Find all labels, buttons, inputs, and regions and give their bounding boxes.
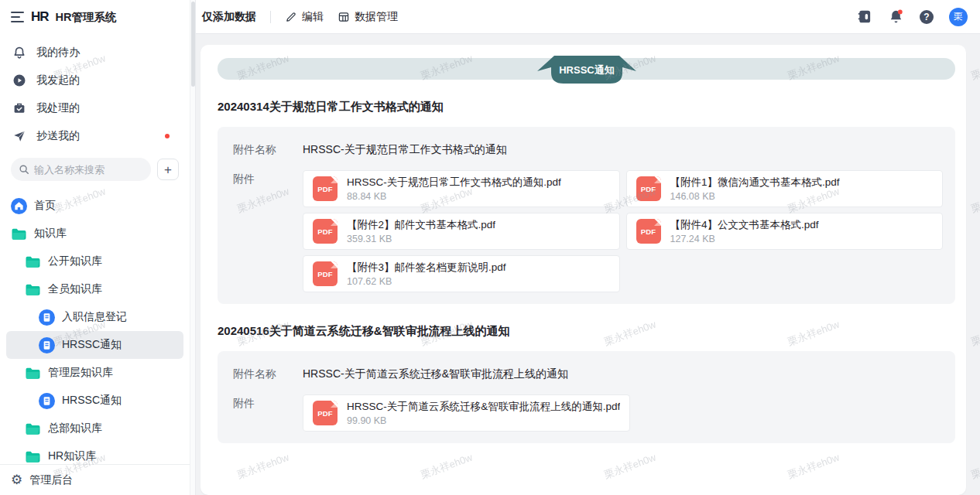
- folder-icon: [11, 226, 27, 242]
- sidebar-item-label: 我处理的: [36, 101, 80, 115]
- bell-badge-icon: [888, 9, 904, 25]
- field-label: 附件: [233, 170, 303, 292]
- tab-label: HRSSC通知: [559, 64, 615, 76]
- sidebar-search-row: +: [0, 153, 190, 189]
- attachment-size: 127.24 KB: [670, 234, 819, 244]
- attachment-card[interactable]: PDF 【附件2】邮件文书基本格式.pdf 359.31 KB: [303, 213, 620, 250]
- sidebar-menu: 我的待办 我发起的 我处理的 抄送我的: [0, 34, 190, 153]
- sidebar-item-label: 我发起的: [36, 73, 80, 87]
- sidebar-item-management-kb[interactable]: 管理层知识库: [6, 359, 183, 387]
- toolbar-right: ? 栗: [856, 8, 968, 26]
- document-icon: [39, 337, 55, 353]
- field-value: HRSSC-关于规范日常工作文书格式的通知: [303, 141, 507, 157]
- app-title: HR管理系统: [56, 10, 117, 25]
- attachment-size: 99.90 KB: [347, 415, 620, 426]
- field-label: 附件名称: [233, 365, 303, 381]
- home-icon: [11, 198, 27, 214]
- main-area: 仅添加数据 编辑 数据管理 ? 栗: [196, 0, 980, 495]
- toolbar-divider: [270, 11, 271, 23]
- pdf-icon: PDF: [313, 261, 338, 286]
- sidebar-item-hrssc-notice-mgmt[interactable]: HRSSC通知: [6, 387, 183, 415]
- attachment-name: HRSSC-关于简道云系统迁移&智联审批流程上线的通知.pdf: [347, 400, 620, 413]
- folder-icon: [25, 449, 41, 465]
- pdf-icon: PDF: [636, 219, 661, 244]
- data-manage-button[interactable]: 数据管理: [338, 10, 398, 24]
- pdf-icon: PDF: [313, 219, 338, 244]
- attachment-grid: PDF HRSSC-关于简道云系统迁移&智联审批流程上线的通知.pdf 99.9…: [303, 394, 943, 432]
- field-row: 附件 PDF HRSSC-关于规范日常工作文书格式的通知.pdf 88.84 K…: [233, 170, 943, 292]
- sidebar-item-public-kb[interactable]: 公开知识库: [6, 248, 183, 275]
- folder-icon: [25, 254, 41, 270]
- field-row: 附件名称 HRSSC-关于简道云系统迁移&智联审批流程上线的通知: [233, 365, 943, 381]
- attachment-grid: PDF HRSSC-关于规范日常工作文书格式的通知.pdf 88.84 KB P…: [303, 170, 943, 292]
- sidebar-item-my-todo[interactable]: 我的待办: [0, 39, 190, 67]
- send-icon: [12, 129, 26, 143]
- pdf-icon: PDF: [313, 176, 338, 201]
- folder-icon: [25, 421, 41, 437]
- journal-icon: [856, 9, 872, 25]
- menu-toggle-icon[interactable]: [11, 12, 24, 22]
- search-icon: [19, 164, 29, 175]
- admin-backend-label: 管理后台: [29, 473, 73, 487]
- search-box[interactable]: [11, 158, 151, 181]
- section-title: 20240314关于规范日常工作文书格式的通知: [218, 100, 955, 114]
- document-icon: [39, 393, 55, 409]
- sidebar-scrollbar[interactable]: [190, 0, 196, 495]
- gear-icon: ⚙: [11, 473, 22, 486]
- sidebar-item-hrssc-notice[interactable]: HRSSC通知: [6, 331, 183, 359]
- attachment-card[interactable]: PDF 【附件3】邮件签名档更新说明.pdf 107.62 KB: [303, 255, 620, 292]
- sidebar-item-my-processed[interactable]: 我处理的: [0, 94, 190, 122]
- tree-item-label: 首页: [34, 199, 56, 213]
- edit-button[interactable]: 编辑: [285, 10, 324, 24]
- tree-item-label: 入职信息登记: [62, 310, 127, 324]
- journal-button[interactable]: [856, 9, 872, 25]
- field-value: HRSSC-关于简道云系统迁移&智联审批流程上线的通知: [303, 365, 568, 381]
- tree-item-label: 知识库: [34, 227, 67, 241]
- sidebar-tree: 首页 知识库 公开知识库 全员知识库 入职信息登记 HRSSC通知: [0, 189, 190, 464]
- attachment-card[interactable]: PDF 【附件4】公文文书基本格式.pdf 127.24 KB: [626, 213, 944, 250]
- field-label: 附件名称: [233, 141, 303, 157]
- briefcase-check-icon: [12, 101, 26, 115]
- sidebar-item-cc-to-me[interactable]: 抄送我的: [0, 122, 190, 150]
- table-icon: [338, 11, 350, 23]
- app-root: HR HR管理系统 我的待办 我发起的 我处理的 抄送我的: [0, 0, 980, 495]
- section-band: HRSSC通知: [218, 58, 955, 80]
- field-row: 附件 PDF HRSSC-关于简道云系统迁移&智联审批流程上线的通知.pdf 9…: [233, 394, 943, 432]
- tree-item-label: HR知识库: [48, 449, 96, 463]
- sidebar-item-home[interactable]: 首页: [6, 192, 183, 220]
- add-button[interactable]: +: [157, 159, 179, 180]
- sidebar-item-all-staff-kb[interactable]: 全员知识库: [6, 275, 183, 303]
- sidebar-item-hr-kb[interactable]: HR知识库: [6, 442, 183, 464]
- tree-item-label: 公开知识库: [48, 254, 102, 268]
- hrssc-notice-tab[interactable]: HRSSC通知: [536, 53, 638, 84]
- document-icon: [39, 309, 55, 326]
- attachment-name: HRSSC-关于规范日常工作文书格式的通知.pdf: [347, 176, 561, 189]
- top-toolbar: 仅添加数据 编辑 数据管理 ? 栗: [196, 0, 980, 34]
- admin-backend-button[interactable]: ⚙ 管理后台: [0, 464, 190, 495]
- help-button[interactable]: ?: [920, 10, 934, 24]
- avatar[interactable]: 栗: [949, 8, 968, 26]
- scrollbar-thumb[interactable]: [191, 2, 195, 87]
- sidebar: HR HR管理系统 我的待办 我发起的 我处理的 抄送我的: [0, 0, 190, 495]
- sidebar-item-knowledge-base[interactable]: 知识库: [6, 220, 183, 248]
- sidebar-header: HR HR管理系统: [0, 0, 190, 34]
- attachment-size: 107.62 KB: [347, 276, 506, 287]
- search-input[interactable]: [34, 164, 143, 176]
- tree-item-label: 管理层知识库: [48, 366, 113, 380]
- notifications-button[interactable]: [888, 9, 904, 25]
- attachment-card[interactable]: PDF HRSSC-关于规范日常工作文书格式的通知.pdf 88.84 KB: [303, 170, 620, 207]
- attachment-name: 【附件4】公文文书基本格式.pdf: [670, 218, 819, 231]
- attachment-card[interactable]: PDF 【附件1】微信沟通文书基本格式.pdf 146.08 KB: [626, 170, 944, 207]
- attachment-size: 146.08 KB: [670, 191, 840, 202]
- sidebar-item-hq-kb[interactable]: 总部知识库: [6, 415, 183, 442]
- content-card: HRSSC通知 20240314关于规范日常工作文书格式的通知 附件名称 HRS…: [200, 45, 966, 495]
- sidebar-item-onboarding-info[interactable]: 入职信息登记: [6, 303, 183, 331]
- sidebar-item-my-initiated[interactable]: 我发起的: [0, 67, 190, 94]
- attachment-card[interactable]: PDF HRSSC-关于简道云系统迁移&智联审批流程上线的通知.pdf 99.9…: [303, 394, 630, 432]
- tree-item-label: 全员知识库: [48, 282, 102, 296]
- pdf-icon: PDF: [313, 401, 338, 425]
- play-circle-icon: [12, 73, 26, 87]
- bell-icon: [12, 46, 26, 60]
- tree-item-label: 总部知识库: [48, 422, 102, 435]
- attachment-size: 359.31 KB: [347, 234, 495, 244]
